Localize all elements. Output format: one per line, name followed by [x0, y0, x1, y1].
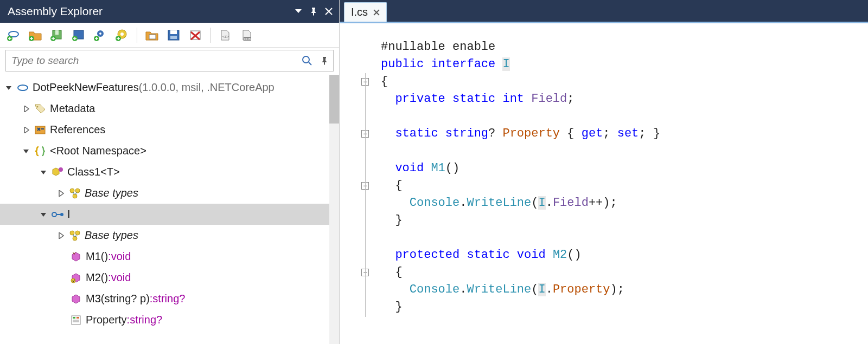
toolbar: </> PDB — [0, 23, 339, 48]
tab-close-icon[interactable] — [373, 6, 380, 18]
open-list-icon[interactable] — [144, 27, 160, 43]
code-editor[interactable]: − − − − #nullable enable public interfac… — [340, 22, 868, 344]
export-code-icon[interactable]: </> — [217, 27, 233, 43]
tree-node-basetypes[interactable]: Base types — [0, 225, 339, 246]
node-label: Metadata — [50, 102, 95, 115]
expander-icon[interactable] — [56, 231, 66, 241]
expander-icon[interactable] — [39, 167, 49, 177]
scrollbar-thumb[interactable] — [329, 75, 339, 124]
search-icon[interactable] — [298, 55, 316, 67]
node-label: I — [67, 208, 71, 220]
expander-icon[interactable] — [22, 146, 31, 156]
node-label: References — [50, 124, 105, 136]
svg-rect-39 — [76, 317, 79, 319]
method-icon — [69, 272, 82, 284]
search-box[interactable] — [5, 50, 334, 72]
tree-node-metadata[interactable]: Metadata — [0, 98, 339, 119]
node-label: M1() — [86, 250, 108, 263]
svg-point-12 — [120, 33, 124, 36]
method-icon: V — [69, 251, 82, 263]
namespace-icon — [34, 145, 47, 157]
assembly-explorer-panel: Assembly Explorer </> PD — [0, 0, 340, 344]
method-icon — [69, 293, 82, 305]
assembly-tree[interactable]: DotPeekNewFeatures (1.0.0.0, msil, .NETC… — [0, 75, 339, 344]
expander-icon[interactable] — [4, 83, 14, 93]
class-icon — [51, 166, 64, 178]
add-folder-icon[interactable] — [27, 27, 43, 43]
pin-icon[interactable] — [308, 5, 320, 17]
svg-point-27 — [70, 189, 74, 193]
svg-point-29 — [73, 194, 77, 198]
tree-node-method[interactable]: M2():void — [0, 267, 339, 288]
gutter: − − − − — [340, 23, 371, 344]
node-label: Base types — [85, 229, 138, 242]
expander-icon[interactable] — [22, 104, 31, 114]
search-input[interactable] — [6, 55, 298, 67]
tree-node-interface[interactable]: I — [0, 204, 339, 225]
assembly-icon — [16, 82, 29, 94]
svg-point-34 — [73, 236, 77, 241]
node-return-type: :string? — [150, 293, 186, 305]
svg-point-32 — [70, 231, 74, 235]
svg-point-22 — [303, 56, 309, 63]
panel-title: Assembly Explorer — [8, 5, 103, 18]
node-label: Property — [86, 314, 127, 326]
svg-point-31 — [60, 213, 63, 216]
add-assembly-icon[interactable] — [5, 27, 22, 43]
property-icon — [69, 314, 82, 326]
node-label: <Root Namespace> — [50, 145, 146, 157]
toolbar-separator — [137, 28, 137, 43]
node-label: Base types — [85, 187, 138, 199]
interface-icon — [51, 209, 64, 220]
svg-point-30 — [52, 212, 56, 217]
svg-point-24 — [37, 106, 39, 107]
tag-icon — [34, 103, 47, 115]
node-return-type: :string? — [127, 314, 163, 326]
node-return-type: :void — [108, 250, 131, 263]
node-label: DotPeekNewFeatures — [33, 81, 139, 94]
references-icon — [34, 124, 47, 136]
svg-point-28 — [75, 189, 80, 193]
svg-point-33 — [75, 231, 80, 235]
tree-node-class[interactable]: Class1<T> — [0, 161, 339, 183]
clear-list-icon[interactable] — [187, 27, 203, 43]
node-label: M2() — [86, 271, 108, 284]
tree-node-assembly[interactable]: DotPeekNewFeatures (1.0.0.0, msil, .NETC… — [0, 77, 339, 98]
add-process-icon[interactable] — [92, 27, 108, 43]
add-nuget-icon[interactable] — [71, 27, 87, 43]
panel-menu-dropdown-icon[interactable] — [292, 5, 304, 17]
tree-node-references[interactable]: References — [0, 119, 339, 140]
tree-node-method[interactable]: M3(string? p):string? — [0, 288, 339, 309]
tree-node-basetypes[interactable]: Base types — [0, 183, 339, 204]
svg-text:V: V — [73, 251, 76, 256]
svg-rect-4 — [55, 30, 59, 35]
tree-node-property[interactable]: Property:string? — [0, 309, 339, 330]
expander-icon[interactable] — [39, 210, 49, 219]
add-package-icon[interactable] — [49, 27, 65, 43]
tree-node-namespace[interactable]: <Root Namespace> — [0, 140, 339, 161]
svg-text:PDB: PDB — [244, 37, 251, 41]
svg-point-9 — [99, 33, 101, 35]
export-pdb-icon[interactable]: PDB — [239, 27, 255, 43]
scrollbar-track[interactable] — [329, 75, 339, 344]
tab-label: I.cs — [351, 6, 368, 18]
file-tab[interactable]: I.cs — [344, 2, 387, 22]
expander-icon[interactable] — [56, 189, 66, 198]
add-gac-icon[interactable] — [114, 27, 130, 43]
basetypes-icon — [68, 187, 81, 199]
code-content[interactable]: #nullable enable public interface I { pr… — [371, 23, 660, 344]
search-pin-icon[interactable] — [316, 56, 333, 65]
svg-point-36 — [71, 278, 75, 283]
svg-point-23 — [18, 85, 28, 90]
editor-panel: I.cs − − − − — [340, 0, 868, 344]
close-icon[interactable] — [323, 5, 335, 17]
node-suffix: (1.0.0.0, msil, .NETCoreApp — [139, 81, 275, 94]
save-list-icon[interactable] — [165, 27, 182, 43]
svg-rect-38 — [73, 317, 75, 319]
svg-rect-17 — [170, 36, 177, 39]
svg-rect-14 — [149, 35, 156, 39]
panel-titlebar: Assembly Explorer — [0, 0, 339, 23]
node-label: Class1<T> — [67, 166, 120, 178]
expander-icon[interactable] — [22, 125, 31, 135]
tree-node-method[interactable]: V M1():void — [0, 246, 339, 267]
